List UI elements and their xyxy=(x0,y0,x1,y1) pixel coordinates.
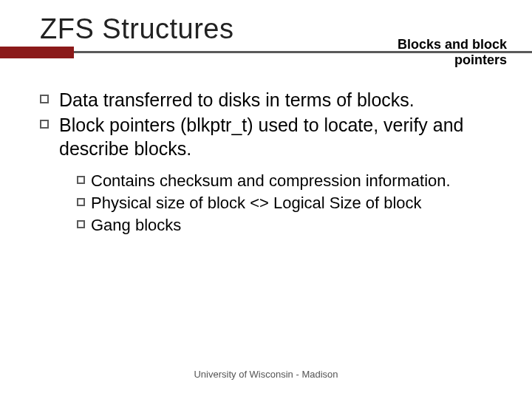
sub-bullet-item: Contains checksum and compression inform… xyxy=(77,171,502,191)
horizontal-rule xyxy=(0,51,532,53)
sub-bullet-text: Contains checksum and compression inform… xyxy=(91,171,451,191)
title-rule xyxy=(0,51,532,66)
square-bullet-icon xyxy=(77,198,85,206)
sub-bullet-list: Contains checksum and compression inform… xyxy=(40,162,502,236)
square-bullet-icon xyxy=(40,95,49,103)
square-bullet-icon xyxy=(40,120,49,129)
sub-bullet-text: Physical size of block <> Logical Size o… xyxy=(91,193,422,214)
footer-text: University of Wisconsin - Madison xyxy=(0,369,532,380)
bullet-item: Block pointers (blkptr_t) used to locate… xyxy=(40,113,502,160)
square-bullet-icon xyxy=(77,220,85,228)
sub-bullet-item: Physical size of block <> Logical Size o… xyxy=(77,193,502,214)
slide-body: Data transferred to disks in terms of bl… xyxy=(0,66,532,236)
slide: ZFS Structures Blocks and block pointers… xyxy=(0,0,532,399)
sub-bullet-item: Gang blocks xyxy=(77,215,502,236)
bullet-item: Data transferred to disks in terms of bl… xyxy=(40,88,502,112)
bullet-text: Block pointers (blkptr_t) used to locate… xyxy=(59,113,502,160)
subtitle-line-1: Blocks and block xyxy=(398,37,507,52)
square-bullet-icon xyxy=(77,176,85,184)
accent-bar xyxy=(0,47,74,58)
bullet-text: Data transferred to disks in terms of bl… xyxy=(59,88,415,112)
sub-bullet-text: Gang blocks xyxy=(91,215,181,236)
